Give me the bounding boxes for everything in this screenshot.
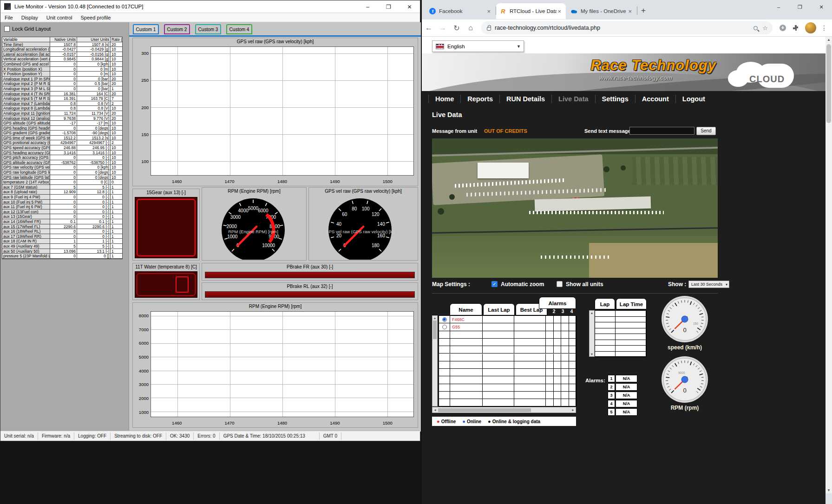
- table-row[interactable]: pressure 5 (23P Manifold L)00 []1: [2, 254, 122, 259]
- browser-minimize-icon[interactable]: –: [768, 0, 789, 14]
- unit-row[interactable]: [439, 376, 576, 384]
- table-row[interactable]: aux 7 (GSM status)55 [-]1: [2, 185, 122, 190]
- unit-row[interactable]: F468C: [439, 316, 576, 323]
- table-row[interactable]: aux 15 (17Wheel FL)2290.62290.6 [-]1: [2, 224, 122, 229]
- table-row[interactable]: aux 50 (Auxiliary 50)13.09613.1 [-]1: [2, 249, 122, 254]
- google-map[interactable]: Google Imagery ©2020 , CNES / Airbus, Ge…: [432, 138, 718, 278]
- monitor-titlebar[interactable]: Live Monitor - Version 10.0.48 [Connecte…: [0, 0, 420, 13]
- table-row[interactable]: GPS positional accuracy (G42949674294967…: [2, 140, 122, 145]
- menu-item-display[interactable]: Display: [17, 15, 42, 20]
- menu-item-speed-profile[interactable]: Speed profile: [76, 15, 115, 20]
- home-icon[interactable]: ⌂: [464, 24, 478, 32]
- unit-row[interactable]: [439, 346, 576, 353]
- table-row[interactable]: Analogue input 1 (P In SRO00 [bar]20: [2, 77, 122, 82]
- scroll-down-icon[interactable]: ▼: [590, 353, 594, 356]
- menu-item-unit-control[interactable]: Unit control: [42, 15, 77, 20]
- url-text[interactable]: race-technology.com/rtcloud/livedata.php: [495, 25, 749, 31]
- table-row[interactable]: Analogue input 4 (T IN SRO16.381164 [C]2…: [2, 92, 122, 97]
- browser-menu-icon[interactable]: ⋮: [821, 24, 827, 32]
- table-row[interactable]: Vertical acceleration (vert a0.98450.984…: [2, 57, 122, 62]
- scroll-left-icon[interactable]: ◄: [433, 408, 437, 412]
- browser-maximize-icon[interactable]: ❐: [789, 0, 811, 14]
- scroll-thumb[interactable]: [826, 44, 831, 123]
- scroll-up-icon[interactable]: ▲: [432, 316, 437, 320]
- tab-custom-3[interactable]: Custom 3: [195, 24, 221, 34]
- forward-icon[interactable]: →: [436, 24, 450, 32]
- table-row[interactable]: Y Position (position Y)00 [m]10: [2, 72, 122, 77]
- scroll-down-icon[interactable]: ▼: [825, 488, 832, 492]
- table-row[interactable]: aux 9 (Fuel inj 4 PW)00 [-]1: [2, 195, 122, 200]
- table-row[interactable]: aux 13 (15Gear)00 [-]1: [2, 214, 122, 219]
- back-icon[interactable]: ←: [422, 24, 436, 32]
- profile-avatar[interactable]: [805, 22, 816, 33]
- table-row[interactable]: aux 8 (Upload rate)12.90912.8 [-]1: [2, 190, 122, 195]
- new-tab-icon[interactable]: +: [641, 6, 646, 15]
- table-row[interactable]: GPS raw velocity (GPS vel00 [kph]10: [2, 165, 122, 170]
- table-row[interactable]: GPS heading (GPS heading00 [degs]10: [2, 126, 122, 131]
- table-row[interactable]: Analogue input 8 (Lambda L0.80.8 [V]10: [2, 106, 122, 111]
- reload-icon[interactable]: ↻: [450, 24, 464, 33]
- table-row[interactable]: aux 49 (Auxiliary 49)55 [-]1: [2, 244, 122, 249]
- nav-settings[interactable]: Settings: [595, 95, 635, 103]
- close-icon[interactable]: ✕: [399, 0, 420, 13]
- tab-custom-1[interactable]: Custom 1: [133, 24, 159, 34]
- units-hscrollbar[interactable]: ◄►: [432, 407, 576, 413]
- lock-grid-checkbox[interactable]: [4, 26, 10, 32]
- table-row[interactable]: GPS altitude accuracy (GPS-538762-538750…: [2, 160, 122, 165]
- unit-row[interactable]: [439, 399, 576, 406]
- nav-reports[interactable]: Reports: [460, 95, 499, 103]
- table-row[interactable]: Analogue input 3 (P M L SR00 [bar]1: [2, 86, 122, 92]
- tab-custom-2[interactable]: Custom 2: [164, 24, 190, 34]
- table-row[interactable]: Analogue input 2 (P M R SF00.5 [bar]20: [2, 81, 122, 86]
- scroll-up-icon[interactable]: ▲: [825, 38, 832, 42]
- table-row[interactable]: GPS raw longitude (GPS lor00 [degs]10: [2, 170, 122, 175]
- table-row[interactable]: Combined GPS and accel (s00 [kph]10: [2, 62, 122, 67]
- lap-scrollbar[interactable]: ▲▼: [589, 310, 595, 357]
- table-row[interactable]: GPS time of week (GPS tim1512.21513.2 [s…: [2, 136, 122, 141]
- table-row[interactable]: Longitudinal acceleration (lo-0.0427-0.0…: [2, 47, 122, 52]
- tab-close-icon[interactable]: ×: [627, 8, 633, 15]
- minimize-icon[interactable]: –: [357, 0, 378, 13]
- nav-account[interactable]: Account: [635, 95, 675, 103]
- show-all-units-checkbox[interactable]: [557, 281, 563, 287]
- table-row[interactable]: aux 17 (19Wheel RR)00 [-]1: [2, 234, 122, 239]
- table-row[interactable]: GPS raw latitude (GPS lat)00 [degs]10: [2, 175, 122, 180]
- table-row[interactable]: Analogue input 12 (analog 19.76389.776 […: [2, 116, 122, 121]
- browser-tab-onedrive[interactable]: My files - OneDrive×: [567, 3, 636, 19]
- unit-row[interactable]: [439, 369, 576, 376]
- maximize-icon[interactable]: ❐: [378, 0, 399, 13]
- text-message-input[interactable]: [629, 127, 694, 135]
- unit-row[interactable]: [439, 384, 576, 392]
- automatic-zoom-checkbox[interactable]: ✓: [491, 281, 498, 287]
- table-row[interactable]: Analogue input 5 (T M R SR16.391163.78 […: [2, 96, 122, 101]
- scroll-up-icon[interactable]: ▲: [590, 311, 594, 314]
- table-row[interactable]: aux 12 (13Fuel con)00 [-]1: [2, 209, 122, 215]
- nav-run-details[interactable]: RUN Details: [499, 95, 551, 103]
- menu-item-file[interactable]: File: [0, 15, 17, 20]
- table-row[interactable]: Analogue input 7 (Lambda F0.80.8 [V]2: [2, 101, 122, 106]
- table-row[interactable]: aux 10 (Fuel inj 5 PW)00 [-]1: [2, 200, 122, 205]
- table-row[interactable]: aux 18 (CAM IN R)11 [-]1: [2, 239, 122, 244]
- bookmark-star-icon[interactable]: ☆: [762, 25, 768, 32]
- table-row[interactable]: X Position (position X)00 [m]10: [2, 67, 122, 72]
- unit-row[interactable]: [439, 361, 576, 369]
- tab-close-icon[interactable]: ×: [557, 8, 562, 15]
- scroll-right-icon[interactable]: ►: [571, 408, 575, 412]
- table-row[interactable]: Analogue input 11 (Ignition11.72411.734 …: [2, 111, 122, 116]
- table-row[interactable]: GPS gradient (GPS gradient-1.5708-90 [de…: [2, 131, 122, 136]
- unit-row[interactable]: [439, 331, 576, 339]
- scroll-thumb[interactable]: [433, 321, 437, 339]
- nav-live-data[interactable]: Live Data: [551, 95, 595, 103]
- download-icon[interactable]: [779, 24, 786, 32]
- browser-tab-facebook[interactable]: fFacebook×: [426, 3, 495, 19]
- page-scrollbar[interactable]: ▲ ▼: [825, 37, 832, 493]
- show-range-dropdown[interactable]: Last 30 Seconds: [688, 281, 729, 288]
- table-row[interactable]: temperature 2 (14T Airbox)00 [C]0: [2, 180, 122, 185]
- extensions-puzzle-icon[interactable]: [792, 24, 799, 32]
- table-row[interactable]: GPS pitch accuracy (GPS p00 [-]10: [2, 155, 122, 160]
- units-scrollbar[interactable]: ▲: [432, 315, 438, 406]
- unit-row[interactable]: G55: [439, 323, 576, 331]
- table-row[interactable]: Time (time)1507.81507.8 [s]20: [2, 42, 122, 47]
- unit-row[interactable]: [439, 354, 576, 361]
- address-bar[interactable]: race-technology.com/rtcloud/livedata.php…: [481, 21, 773, 34]
